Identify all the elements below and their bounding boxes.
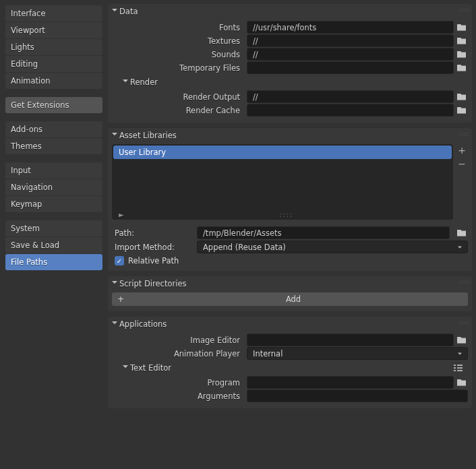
chevron-down-icon: [121, 79, 128, 86]
folder-icon: [457, 51, 466, 58]
label-temporary-files: Temporary Files: [112, 63, 247, 73]
input-sounds-path[interactable]: [247, 48, 454, 61]
add-script-dir-button[interactable]: + Add: [112, 292, 468, 306]
chevron-down-icon: [111, 132, 117, 139]
panel-script-dirs: Script Directories + Add: [108, 276, 472, 311]
relative-path-checkbox[interactable]: ✓ Relative Path: [112, 256, 468, 265]
subpanel-header-render[interactable]: Render: [112, 75, 468, 90]
button-label: Add: [124, 294, 463, 304]
panel-title: Script Directories: [119, 279, 186, 288]
sidebar-item-viewport[interactable]: Viewport: [5, 22, 102, 38]
subpanel-header-text-editor[interactable]: Text Editor: [112, 361, 175, 375]
panel-title: Applications: [119, 319, 167, 329]
label-fonts: Fonts: [112, 23, 247, 32]
folder-icon: [457, 38, 466, 44]
sidebar-item-interface[interactable]: Interface: [5, 5, 102, 22]
panel-applications: Applications Image Editor Animation Play…: [108, 317, 472, 408]
label-import-method: Import Method:: [112, 243, 191, 252]
chevron-down-icon: [111, 8, 117, 15]
input-program[interactable]: [247, 376, 454, 389]
label-animation-player: Animation Player: [112, 349, 247, 358]
checkbox-label: Relative Path: [128, 256, 179, 265]
sidebar-item-saveload[interactable]: Save & Load: [5, 237, 102, 253]
expand-icon[interactable]: ►: [119, 211, 124, 218]
drag-grip-icon[interactable]: [459, 280, 469, 284]
sidebar-get-extensions[interactable]: Get Extensions: [5, 97, 102, 113]
chevron-down-icon: [111, 280, 117, 287]
plus-icon: +: [117, 294, 124, 304]
panel-title: Asset Libraries: [119, 131, 177, 140]
panel-asset-libraries: Asset Libraries User Library ► :::: + −: [108, 128, 472, 271]
sidebar-item-themes[interactable]: Themes: [5, 138, 102, 154]
label-sounds: Sounds: [112, 50, 247, 59]
sidebar-item-input[interactable]: Input: [5, 162, 102, 179]
add-asset-library-button[interactable]: +: [456, 144, 468, 156]
folder-icon: [457, 230, 466, 237]
label-image-editor: Image Editor: [112, 336, 247, 345]
sidebar-item-editing[interactable]: Editing: [5, 56, 102, 72]
folder-icon: [457, 107, 466, 114]
drag-grip-icon[interactable]: [459, 132, 469, 136]
select-import-method[interactable]: Append (Reuse Data): [197, 241, 468, 253]
input-render-output[interactable]: [247, 90, 454, 103]
sidebar-item-system[interactable]: System: [5, 220, 102, 237]
preferences-sidebar: Interface Viewport Lights Editing Animat…: [0, 0, 102, 469]
checkmark-icon: ✓: [115, 256, 124, 265]
select-value: Append (Reuse Data): [203, 243, 286, 252]
folder-icon: [457, 94, 466, 100]
label-render-output: Render Output: [112, 92, 247, 102]
browse-textures-button[interactable]: [455, 34, 468, 47]
label-arguments: Arguments: [112, 392, 247, 401]
select-value: Internal: [253, 349, 282, 358]
input-render-cache[interactable]: [247, 104, 454, 117]
resize-grip-icon[interactable]: ::::: [124, 211, 449, 218]
input-image-editor[interactable]: [247, 334, 454, 346]
folder-icon: [457, 24, 466, 31]
remove-asset-library-button[interactable]: −: [456, 158, 468, 170]
subpanel-title: Render: [130, 77, 158, 87]
label-asset-path: Path:: [112, 228, 191, 238]
browse-temp-button[interactable]: [455, 61, 468, 74]
browse-image-editor-button[interactable]: [455, 334, 468, 346]
browse-sounds-button[interactable]: [455, 48, 468, 61]
browse-render-output-button[interactable]: [455, 90, 468, 103]
panel-title: Data: [119, 7, 138, 16]
asset-library-list[interactable]: User Library ► ::::: [112, 144, 453, 220]
chevron-down-icon: [111, 321, 117, 327]
select-animation-player[interactable]: Internal: [247, 347, 468, 360]
browse-asset-path-button[interactable]: [455, 226, 468, 239]
subpanel-title: Text Editor: [130, 363, 171, 373]
drag-grip-icon[interactable]: [459, 8, 469, 12]
sidebar-item-filepaths[interactable]: File Paths: [5, 254, 102, 270]
browse-fonts-button[interactable]: [455, 21, 468, 34]
label-render-cache: Render Cache: [112, 106, 247, 115]
input-textures-path[interactable]: [247, 34, 454, 47]
sidebar-item-keymap[interactable]: Keymap: [5, 196, 102, 212]
input-fonts-path[interactable]: [247, 21, 454, 34]
preset-list-button[interactable]: [450, 361, 465, 375]
folder-icon: [457, 65, 466, 71]
panel-header-asset-libraries[interactable]: Asset Libraries: [108, 128, 472, 143]
browse-program-button[interactable]: [455, 376, 468, 389]
input-asset-path[interactable]: [197, 226, 450, 239]
folder-icon: [457, 379, 466, 386]
chevron-down-icon: [121, 365, 128, 371]
sidebar-item-navigation[interactable]: Navigation: [5, 179, 102, 195]
label-textures: Textures: [112, 36, 247, 46]
input-temp-path[interactable]: [247, 61, 454, 74]
panel-header-applications[interactable]: Applications: [108, 317, 472, 332]
drag-grip-icon[interactable]: [459, 321, 469, 325]
asset-library-item[interactable]: User Library: [113, 146, 452, 159]
sidebar-item-animation[interactable]: Animation: [5, 73, 102, 89]
sidebar-item-lights[interactable]: Lights: [5, 39, 102, 55]
list-icon: [454, 365, 463, 372]
label-program: Program: [112, 378, 247, 387]
panel-header-script-dirs[interactable]: Script Directories: [108, 276, 472, 291]
folder-icon: [457, 337, 466, 344]
sidebar-item-addons[interactable]: Add-ons: [5, 121, 102, 137]
browse-render-cache-button[interactable]: [455, 104, 468, 117]
main-content: Data Fonts Textures: [102, 0, 476, 469]
panel-header-data[interactable]: Data: [108, 4, 472, 19]
input-arguments[interactable]: [247, 389, 468, 402]
panel-data: Data Fonts Textures: [108, 4, 472, 123]
